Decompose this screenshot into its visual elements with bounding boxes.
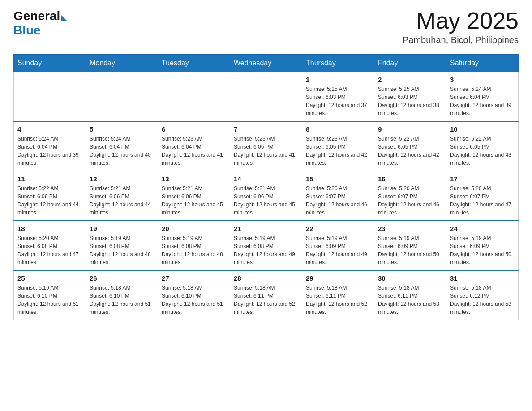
location-subtitle: Pambuhan, Bicol, Philippines [403,35,519,45]
day-info: Sunrise: 5:23 AMSunset: 6:04 PMDaylight:… [162,135,226,167]
col-tuesday: Tuesday [158,55,230,72]
day-info: Sunrise: 5:22 AMSunset: 6:05 PMDaylight:… [450,135,515,167]
day-info: Sunrise: 5:18 AMSunset: 6:10 PMDaylight:… [90,284,154,316]
logo: General Blue [13,9,67,38]
table-row: 14Sunrise: 5:21 AMSunset: 6:06 PMDayligh… [230,171,302,221]
month-year-title: May 2025 [403,9,519,32]
day-number: 15 [306,175,370,183]
table-row: 6Sunrise: 5:23 AMSunset: 6:04 PMDaylight… [158,121,230,171]
table-row: 15Sunrise: 5:20 AMSunset: 6:07 PMDayligh… [302,171,374,221]
table-row: 7Sunrise: 5:23 AMSunset: 6:05 PMDaylight… [230,121,302,171]
day-number: 3 [450,76,515,83]
day-number: 17 [450,175,515,183]
calendar-week-row: 18Sunrise: 5:20 AMSunset: 6:08 PMDayligh… [14,221,519,270]
table-row: 8Sunrise: 5:23 AMSunset: 6:05 PMDaylight… [302,121,374,171]
table-row [158,72,230,122]
day-number: 28 [234,274,298,282]
col-saturday: Saturday [446,55,519,72]
table-row: 29Sunrise: 5:18 AMSunset: 6:11 PMDayligh… [302,270,374,320]
calendar-header-row: Sunday Monday Tuesday Wednesday Thursday… [14,55,519,72]
day-number: 4 [17,125,82,133]
table-row: 22Sunrise: 5:19 AMSunset: 6:09 PMDayligh… [302,221,374,270]
day-info: Sunrise: 5:18 AMSunset: 6:11 PMDaylight:… [306,284,370,316]
table-row: 31Sunrise: 5:18 AMSunset: 6:12 PMDayligh… [446,270,519,320]
day-number: 31 [450,274,515,282]
day-info: Sunrise: 5:24 AMSunset: 6:04 PMDaylight:… [90,135,154,167]
day-number: 7 [234,125,298,133]
table-row: 9Sunrise: 5:22 AMSunset: 6:05 PMDaylight… [374,121,446,171]
table-row: 11Sunrise: 5:22 AMSunset: 6:06 PMDayligh… [14,171,86,221]
table-row: 30Sunrise: 5:18 AMSunset: 6:11 PMDayligh… [374,270,446,320]
col-thursday: Thursday [302,55,374,72]
title-section: May 2025 Pambuhan, Bicol, Philippines [403,9,519,45]
table-row: 25Sunrise: 5:19 AMSunset: 6:10 PMDayligh… [14,270,86,320]
table-row: 27Sunrise: 5:18 AMSunset: 6:10 PMDayligh… [158,270,230,320]
day-info: Sunrise: 5:20 AMSunset: 6:07 PMDaylight:… [378,184,442,217]
day-number: 11 [17,175,82,183]
table-row: 26Sunrise: 5:18 AMSunset: 6:10 PMDayligh… [86,270,158,320]
calendar-table: Sunday Monday Tuesday Wednesday Thursday… [13,54,519,320]
table-row: 28Sunrise: 5:18 AMSunset: 6:11 PMDayligh… [230,270,302,320]
day-info: Sunrise: 5:24 AMSunset: 6:04 PMDaylight:… [17,135,82,167]
day-info: Sunrise: 5:19 AMSunset: 6:09 PMDaylight:… [378,234,442,266]
day-number: 10 [450,125,515,133]
day-info: Sunrise: 5:20 AMSunset: 6:08 PMDaylight:… [17,234,82,266]
day-number: 26 [90,274,154,282]
day-number: 20 [162,225,226,232]
table-row: 13Sunrise: 5:21 AMSunset: 6:06 PMDayligh… [158,171,230,221]
day-number: 5 [90,125,154,133]
day-info: Sunrise: 5:19 AMSunset: 6:08 PMDaylight:… [162,234,226,266]
day-number: 21 [234,225,298,232]
day-number: 6 [162,125,226,133]
table-row [86,72,158,122]
day-number: 12 [90,175,154,183]
day-info: Sunrise: 5:18 AMSunset: 6:11 PMDaylight:… [234,284,298,316]
day-number: 9 [378,125,442,133]
day-info: Sunrise: 5:22 AMSunset: 6:05 PMDaylight:… [378,135,442,167]
logo-arrow-icon [61,15,67,21]
table-row: 16Sunrise: 5:20 AMSunset: 6:07 PMDayligh… [374,171,446,221]
day-info: Sunrise: 5:25 AMSunset: 6:03 PMDaylight:… [378,85,442,117]
logo-blue: Blue [13,23,67,38]
day-number: 23 [378,225,442,232]
day-number: 24 [450,225,515,232]
day-info: Sunrise: 5:18 AMSunset: 6:12 PMDaylight:… [450,284,515,316]
day-number: 30 [378,274,442,282]
table-row: 20Sunrise: 5:19 AMSunset: 6:08 PMDayligh… [158,221,230,270]
day-number: 2 [378,76,442,83]
day-number: 22 [306,225,370,232]
day-number: 1 [306,76,370,83]
day-info: Sunrise: 5:20 AMSunset: 6:07 PMDaylight:… [450,184,515,217]
calendar-week-row: 11Sunrise: 5:22 AMSunset: 6:06 PMDayligh… [14,171,519,221]
day-number: 16 [378,175,442,183]
day-number: 14 [234,175,298,183]
day-info: Sunrise: 5:21 AMSunset: 6:06 PMDaylight:… [90,184,154,217]
col-friday: Friday [374,55,446,72]
day-info: Sunrise: 5:23 AMSunset: 6:05 PMDaylight:… [306,135,370,167]
day-number: 25 [17,274,82,282]
table-row: 12Sunrise: 5:21 AMSunset: 6:06 PMDayligh… [86,171,158,221]
table-row: 23Sunrise: 5:19 AMSunset: 6:09 PMDayligh… [374,221,446,270]
day-info: Sunrise: 5:22 AMSunset: 6:06 PMDaylight:… [17,184,82,217]
table-row: 24Sunrise: 5:19 AMSunset: 6:09 PMDayligh… [446,221,519,270]
day-info: Sunrise: 5:20 AMSunset: 6:07 PMDaylight:… [306,184,370,217]
day-info: Sunrise: 5:19 AMSunset: 6:09 PMDaylight:… [306,234,370,266]
table-row [14,72,86,122]
table-row: 4Sunrise: 5:24 AMSunset: 6:04 PMDaylight… [14,121,86,171]
day-number: 13 [162,175,226,183]
col-wednesday: Wednesday [230,55,302,72]
day-info: Sunrise: 5:21 AMSunset: 6:06 PMDaylight:… [234,184,298,217]
table-row: 18Sunrise: 5:20 AMSunset: 6:08 PMDayligh… [14,221,86,270]
day-info: Sunrise: 5:24 AMSunset: 6:04 PMDaylight:… [450,85,515,117]
logo-general: General [13,9,60,23]
day-info: Sunrise: 5:19 AMSunset: 6:08 PMDaylight:… [234,234,298,266]
day-number: 8 [306,125,370,133]
day-number: 27 [162,274,226,282]
table-row: 10Sunrise: 5:22 AMSunset: 6:05 PMDayligh… [446,121,519,171]
day-info: Sunrise: 5:19 AMSunset: 6:08 PMDaylight:… [90,234,154,266]
page-header: General Blue May 2025 Pambuhan, Bicol, P… [13,9,519,45]
day-number: 19 [90,225,154,232]
table-row: 1Sunrise: 5:25 AMSunset: 6:03 PMDaylight… [302,72,374,122]
table-row: 2Sunrise: 5:25 AMSunset: 6:03 PMDaylight… [374,72,446,122]
day-number: 18 [17,225,82,232]
